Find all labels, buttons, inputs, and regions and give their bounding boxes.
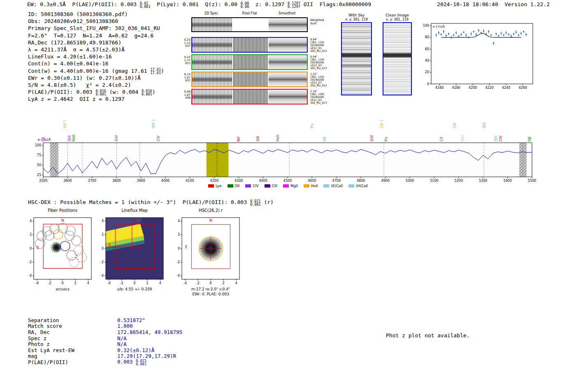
match-table-label: Photo z <box>28 341 117 347</box>
info-line: Primary Spec_Slot_IFU_AMP: 302_036_041_R… <box>28 25 164 32</box>
svg-text:2: 2 <box>223 281 225 285</box>
match-table-row: Separation0.531872" <box>28 317 182 323</box>
emission-line-label: SiIV <box>370 135 374 141</box>
detected-line-band <box>207 143 228 177</box>
spectrum-xtick: 4900 <box>381 179 389 183</box>
lineflux-map-cutout: Lineflux Map -4-4-2-2002244NE s/b: 4.55 … <box>93 208 170 292</box>
svg-text:4: 4 <box>30 219 32 223</box>
svg-text:4: 4 <box>87 281 89 285</box>
legend-item: (H)CaII <box>348 184 368 188</box>
zoom-ytick: 0 <box>427 82 429 86</box>
legend-item: CIV <box>245 184 258 188</box>
info-line: Cont(n) = 4.00(±0.04)e-16 <box>28 60 164 67</box>
clean-image-image <box>383 22 412 95</box>
emission-line-label: OIII <box>494 136 498 141</box>
legend-swatch <box>245 184 251 188</box>
masked-edge-band <box>50 143 58 177</box>
legend-swatch <box>265 184 270 188</box>
svg-text:2: 2 <box>30 233 32 237</box>
svg-text:-2: -2 <box>48 281 51 285</box>
emission-line-label: OIV ] <box>151 120 156 128</box>
spec2d-col-header: 2D Spec <box>191 12 231 16</box>
emission-line-label: Hδ <box>323 137 327 141</box>
sup-sub-stack: 17.6117.61 <box>150 68 161 74</box>
fiber-smoothed-image <box>269 55 307 69</box>
spectrum-ytick: 25 <box>37 173 41 177</box>
sup-sub-stack: 0.0210.001 <box>250 199 261 206</box>
emission-line-label: CII <box>439 137 444 141</box>
spectrum-xtick: 5100 <box>430 179 438 183</box>
svg-text:4: 4 <box>159 281 161 285</box>
with-sky-panel: With Sky x, y: 361, 119 <box>341 13 372 95</box>
spectrum-xtick: 5300 <box>479 179 487 183</box>
spectrum-xtick: 4100 <box>186 179 194 183</box>
info-line: P(LAE)/P(OII): 0.003 0.0160.001 (w: 0.00… <box>28 89 164 96</box>
spectrum-xtick: 3700 <box>88 179 96 183</box>
legend-swatch <box>304 184 309 188</box>
match-table-value: 0.003 0.0150.001 <box>117 359 146 366</box>
report-header: EW: 0.3±0.5Å P(LAE)/P(OII): 0.003 0.020.… <box>27 1 550 8</box>
zoom-plot-frame <box>431 23 533 84</box>
fiber-weight-values: 0.23 1.13 437 <box>181 39 190 48</box>
fiber-2dspec-image <box>192 72 232 86</box>
weighted-sum-label: Weighted Sum <box>310 19 336 25</box>
emission-line-label: HeII <box>460 135 465 141</box>
hsc-r-plot: -4-4-2-2002244NE <box>170 215 246 285</box>
spectrum-xtick: 4700 <box>332 179 341 183</box>
zoom-units-annotation: e-17x2Å <box>433 25 445 28</box>
spec2d-fiber-row: 0.22 1.77 4370.54" (361, 119) 20240206 v… <box>191 54 308 70</box>
fiber-pixelflat-image <box>233 55 268 69</box>
sub-value: 17.61 <box>150 71 161 74</box>
svg-text:0: 0 <box>209 281 211 285</box>
emission-line-label: HeII <box>72 135 76 141</box>
zoom-ytick: 40 <box>425 59 429 63</box>
fiber-smoothed-image <box>269 90 307 104</box>
sub-value: 0.001 <box>136 362 146 366</box>
fiber-positions-xlabel: arcsecs <box>34 287 91 292</box>
spectrum-xtick: 3800 <box>112 179 121 183</box>
hsc-r-caption2: EWr: 0. PLAE: 0.003 <box>182 292 239 297</box>
fiber-positions-plot: -4-4-2-2002244NE <box>21 215 98 285</box>
spectrum-xtick: 4500 <box>283 179 292 183</box>
emission-line-label: CIV <box>499 136 503 141</box>
legend-label: Lyα <box>216 184 222 188</box>
spec2d-column-headers: 2D SpecPixel FlatSmoothed <box>191 12 338 16</box>
legend-swatch <box>208 184 214 188</box>
full-spectrum-plot: 2550751003500360037003800390040004100420… <box>30 114 540 188</box>
match-table: Separation0.531872"Match score1.000RA, D… <box>28 317 182 365</box>
spectrum-ytick: 75 <box>37 153 41 157</box>
emission-line-label: OVI <box>67 135 72 141</box>
clean-image-coords: x, y: 361, 119 <box>383 18 412 22</box>
spec2d-col-header: Smoothed <box>268 12 306 16</box>
east-label: E <box>185 245 188 249</box>
spectrum-xtick: 4400 <box>259 179 267 183</box>
sub-value: 0.001 <box>250 203 261 206</box>
match-table-row: Est LyA rest-EW0.32(±0.12)Å <box>28 347 182 353</box>
fiber-annotation: 2.10" (361, 128) 20240206 v012_03 302_RU… <box>310 90 336 104</box>
zoom-xtick: 4160 <box>435 86 444 90</box>
info-line: LyA z = 2.4642 OII z = 0.1297 <box>28 96 164 103</box>
spectrum-ytick: 50 <box>37 163 41 167</box>
match-table-label: Est LyA rest-EW <box>28 347 117 353</box>
svg-text:-4: -4 <box>28 274 32 278</box>
spectrum-xtick: 4300 <box>235 179 243 183</box>
svg-text:-2: -2 <box>196 281 200 285</box>
fiber-pixelflat-image <box>233 38 268 52</box>
emission-line-label: NV <box>237 137 241 141</box>
info-line: EWr = 0.30(±0.11) (w: 0.27(±0.10))Å <box>28 75 164 82</box>
hsc-r-caption1: m:17.2 re:2.0" s:0.4" <box>182 287 239 292</box>
emission-line-label: CIV <box>156 136 160 141</box>
east-label: E <box>109 243 111 247</box>
match-table-value: 1.000 <box>117 323 133 329</box>
match-table-row: Match score1.000 <box>28 323 182 329</box>
legend-item: OII <box>228 184 240 188</box>
svg-text:-4: -4 <box>100 274 104 278</box>
emission-line-label: Hβ <box>527 137 532 141</box>
legend-item: CIII <box>265 184 277 188</box>
legend-label: HeII <box>311 184 318 188</box>
legend-swatch <box>348 184 354 188</box>
spectrum-xtick: 5200 <box>455 179 463 183</box>
sup-sub-stack: 0.12970.1297 <box>288 2 300 8</box>
east-label: E <box>37 246 39 250</box>
zoom-xtick: 4240 <box>502 86 510 90</box>
